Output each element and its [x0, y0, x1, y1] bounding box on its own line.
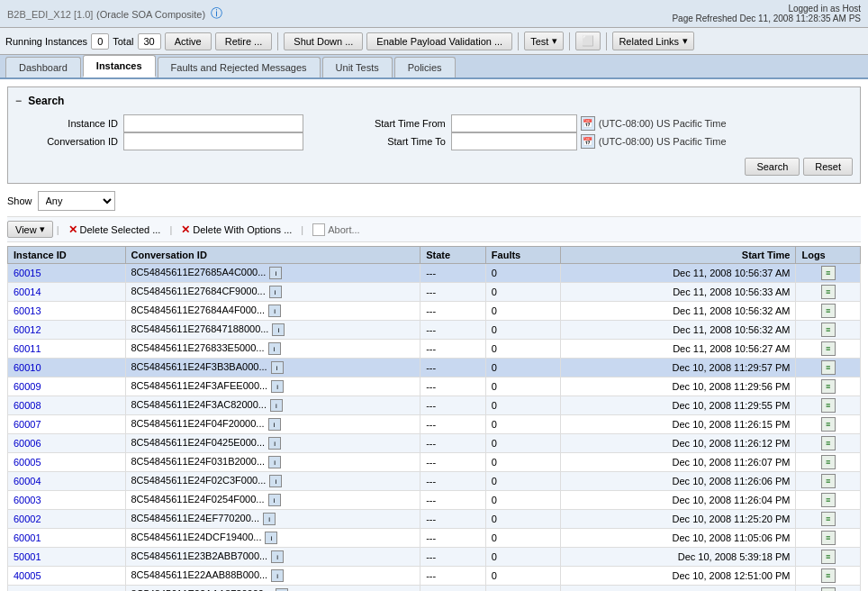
tab-instances[interactable]: Instances	[83, 55, 156, 77]
row-info-icon[interactable]: i	[268, 437, 281, 450]
instance-id-cell[interactable]: 60013	[8, 302, 126, 321]
log-icon[interactable]: ≡	[821, 304, 836, 318]
row-info-icon[interactable]: i	[269, 267, 282, 279]
test-dropdown[interactable]: Test ▾	[524, 32, 564, 50]
reset-button[interactable]: Reset	[803, 158, 853, 176]
instance-id-cell[interactable]: 60008	[8, 396, 126, 415]
tab-faults[interactable]: Faults and Rejected Messages	[158, 57, 321, 77]
view-button[interactable]: View ▾	[7, 221, 53, 238]
row-info-icon[interactable]: i	[271, 550, 284, 563]
logs-cell[interactable]: ≡	[796, 472, 861, 491]
log-icon[interactable]: ≡	[821, 398, 836, 413]
search-button[interactable]: Search	[745, 158, 800, 176]
log-icon[interactable]: ≡	[821, 341, 836, 356]
row-info-icon[interactable]: i	[270, 399, 283, 412]
logs-cell[interactable]: ≡	[796, 510, 861, 529]
info-icon[interactable]: ⓘ	[211, 5, 222, 22]
delete-options-button[interactable]: ✕ Delete With Options ...	[176, 222, 297, 238]
logs-cell[interactable]: ≡	[796, 434, 861, 453]
tab-policies[interactable]: Policies	[394, 57, 456, 77]
instance-id-link[interactable]: 60004	[14, 476, 41, 486]
log-icon[interactable]: ≡	[821, 436, 836, 450]
instance-id-link[interactable]: 60005	[14, 457, 41, 468]
tab-unit-tests[interactable]: Unit Tests	[322, 57, 393, 77]
instance-id-cell[interactable]: 60012	[8, 321, 126, 340]
log-icon[interactable]: ≡	[821, 285, 836, 299]
log-icon[interactable]: ≡	[821, 531, 836, 545]
row-info-icon[interactable]: i	[271, 569, 284, 582]
row-info-icon[interactable]: i	[268, 342, 281, 355]
instance-id-link[interactable]: 60007	[14, 419, 41, 430]
icon-button[interactable]: ⬜	[575, 32, 601, 50]
log-icon[interactable]: ≡	[821, 323, 836, 337]
logs-cell[interactable]: ≡	[796, 396, 861, 415]
instance-id-cell[interactable]: 40005	[8, 567, 126, 586]
instance-id-link[interactable]: 60014	[14, 286, 41, 297]
instance-id-cell[interactable]: 60015	[8, 264, 126, 283]
row-info-icon[interactable]: i	[263, 513, 276, 525]
row-info-icon[interactable]: i	[269, 286, 282, 298]
instance-id-link[interactable]: 60015	[14, 268, 41, 278]
row-info-icon[interactable]: i	[271, 380, 284, 393]
log-icon[interactable]: ≡	[821, 587, 836, 591]
instance-id-link[interactable]: 60001	[14, 532, 41, 543]
instance-id-cell[interactable]: 60010	[8, 359, 126, 377]
start-time-from-input[interactable]	[451, 114, 577, 132]
logs-cell[interactable]: ≡	[796, 586, 861, 592]
retire-button[interactable]: Retire ...	[215, 32, 273, 50]
logs-cell[interactable]: ≡	[796, 340, 861, 359]
calendar-from-icon[interactable]: 📅	[581, 116, 595, 131]
instance-id-cell[interactable]: 60001	[8, 529, 126, 548]
log-icon[interactable]: ≡	[821, 455, 836, 469]
instance-id-cell[interactable]: 60005	[8, 453, 126, 472]
instance-id-cell[interactable]: 50001	[8, 548, 126, 567]
instance-id-link[interactable]: 60009	[14, 381, 41, 392]
search-title[interactable]: − Search	[15, 95, 853, 107]
row-info-icon[interactable]: i	[271, 361, 284, 374]
log-icon[interactable]: ≡	[821, 360, 836, 375]
logs-cell[interactable]: ≡	[796, 453, 861, 472]
log-icon[interactable]: ≡	[821, 417, 836, 432]
related-links-dropdown[interactable]: Related Links ▾	[612, 32, 694, 50]
row-info-icon[interactable]: i	[268, 494, 281, 506]
logs-cell[interactable]: ≡	[796, 548, 861, 567]
row-info-icon[interactable]: i	[269, 475, 282, 487]
instance-id-link[interactable]: 50001	[14, 551, 41, 562]
instance-id-cell[interactable]: 60006	[8, 434, 126, 453]
row-info-icon[interactable]: i	[268, 418, 281, 431]
row-info-icon[interactable]: i	[268, 456, 281, 468]
instance-id-link[interactable]: 40005	[14, 570, 41, 581]
row-info-icon[interactable]: i	[268, 305, 281, 317]
instance-id-cell[interactable]: 60009	[8, 377, 126, 396]
logs-cell[interactable]: ≡	[796, 283, 861, 302]
instance-id-cell[interactable]: 60004	[8, 472, 126, 491]
instance-id-cell[interactable]: 60003	[8, 491, 126, 510]
log-icon[interactable]: ≡	[821, 266, 836, 280]
logs-cell[interactable]: ≡	[796, 264, 861, 283]
logs-cell[interactable]: ≡	[796, 415, 861, 434]
instance-id-link[interactable]: 60013	[14, 305, 41, 316]
log-icon[interactable]: ≡	[821, 568, 836, 583]
payload-validation-button[interactable]: Enable Payload Validation ...	[366, 32, 512, 50]
tab-dashboard[interactable]: Dashboard	[5, 57, 81, 77]
row-info-icon[interactable]: i	[265, 532, 277, 544]
instance-id-link[interactable]: 60012	[14, 324, 41, 335]
delete-selected-button[interactable]: ✕ Delete Selected ...	[63, 222, 167, 238]
log-icon[interactable]: ≡	[821, 550, 836, 564]
instance-id-link[interactable]: 60003	[14, 495, 41, 505]
instance-id-cell[interactable]: 60011	[8, 340, 126, 359]
abort-button[interactable]: Abort...	[307, 222, 365, 238]
log-icon[interactable]: ≡	[821, 512, 836, 526]
instance-id-link[interactable]: 60006	[14, 438, 41, 449]
instance-id-link[interactable]: 60011	[14, 343, 41, 354]
logs-cell[interactable]: ≡	[796, 567, 861, 586]
row-info-icon[interactable]: i	[272, 323, 285, 336]
instance-id-cell[interactable]: 40004	[8, 586, 126, 592]
shutdown-button[interactable]: Shut Down ...	[284, 32, 363, 50]
logs-cell[interactable]: ≡	[796, 529, 861, 548]
log-icon[interactable]: ≡	[821, 474, 836, 488]
instance-id-link[interactable]: 60008	[14, 400, 41, 411]
instance-id-link[interactable]: 60010	[14, 362, 41, 373]
log-icon[interactable]: ≡	[821, 493, 836, 507]
instance-id-link[interactable]: 60002	[14, 514, 41, 524]
